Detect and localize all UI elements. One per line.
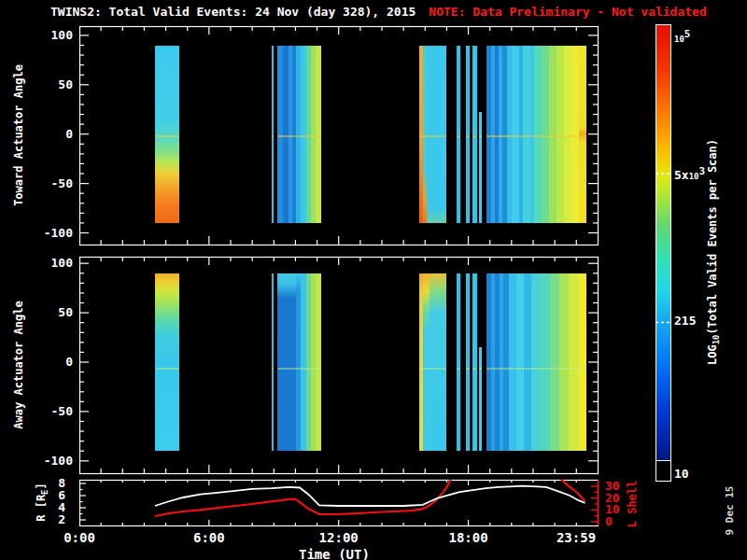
plot-title: TWINS2: Total Valid Events: 24 Nov (day … <box>50 5 707 19</box>
angle-zero-highlight <box>479 135 482 137</box>
heatmap-strip <box>155 273 179 451</box>
heatmap-strip <box>559 273 569 451</box>
angle-zero-highlight <box>531 368 541 370</box>
angle-zero-highlight <box>524 368 531 370</box>
x-axis-tick-label: 18:00 <box>439 530 499 545</box>
heatmap-strip <box>466 273 470 451</box>
axis-tick-label: 2 <box>35 512 65 526</box>
angle-zero-highlight <box>557 135 564 137</box>
date-stamp: 9 Dec 15 <box>724 486 736 536</box>
axis-tick-label: 50 <box>30 77 73 91</box>
angle-zero-highlight <box>479 368 482 370</box>
colorbar <box>655 24 671 482</box>
heatmap-strip <box>512 46 519 223</box>
heatmap-strip <box>569 273 578 451</box>
x-axis-tick-label: 0:00 <box>49 530 109 545</box>
axis-tick-label: -100 <box>30 454 73 468</box>
angle-zero-highlight <box>423 368 430 370</box>
colorbar-tick-label: 5x103 <box>674 165 705 182</box>
angle-zero-highlight <box>316 135 321 137</box>
plot-title-main: TWINS2: Total Valid Events: 24 Nov (day … <box>50 5 416 19</box>
angle-zero-highlight <box>272 368 274 370</box>
heatmap-strip <box>472 273 477 451</box>
angle-zero-highlight <box>155 368 179 370</box>
angle-zero-highlight <box>316 368 321 370</box>
angle-zero-highlight <box>564 135 571 137</box>
heatmap-strip <box>578 273 586 451</box>
x-axis-title: Time (UT) <box>299 547 370 560</box>
heatmap-strip <box>479 112 482 222</box>
colorbar-gradient <box>656 25 670 481</box>
heatmap-panel-toward <box>79 26 598 245</box>
heatmap-strip <box>579 46 586 223</box>
heatmap-strip <box>516 273 524 451</box>
angle-zero-highlight <box>578 368 586 370</box>
heatmap-strip <box>550 273 559 451</box>
orbit-line-panel <box>79 480 598 525</box>
heatmap-strip <box>155 46 179 223</box>
angle-zero-highlight <box>277 368 296 370</box>
angle-zero-highlight <box>541 368 550 370</box>
angle-zero-highlight <box>549 135 557 137</box>
axis-tick-label: 100 <box>30 256 73 270</box>
angle-zero-highlight <box>155 135 179 137</box>
colorbar-tick-label: 105 <box>674 28 690 45</box>
colorbar-tick-label: 10 <box>674 467 689 481</box>
angle-zero-highlight <box>579 135 586 137</box>
angle-zero-highlight <box>472 135 477 137</box>
angle-zero-highlight <box>571 135 579 137</box>
colorbar-bottom-box <box>656 460 670 481</box>
heatmap-strip <box>524 273 531 451</box>
heatmap-strip <box>479 347 482 451</box>
heatmap-strip <box>466 46 470 223</box>
plot-canvas: TWINS2: Total Valid Events: 24 Nov (day … <box>0 0 747 560</box>
angle-zero-highlight <box>534 135 542 137</box>
heatmap-strip <box>272 46 274 223</box>
angle-zero-highlight <box>457 368 460 370</box>
angle-zero-highlight <box>569 368 578 370</box>
heatmap-strip <box>541 273 550 451</box>
axis-tick-label: 50 <box>30 305 73 319</box>
heatmap-strip <box>571 46 579 223</box>
angle-zero-highlight <box>466 135 470 137</box>
heatmap-strip <box>316 46 321 223</box>
heatmap-strip <box>549 46 557 223</box>
heatmap-panel-away <box>79 257 598 473</box>
angle-zero-highlight <box>559 368 569 370</box>
heatmap-strip <box>472 46 477 223</box>
heatmap-strip <box>423 273 430 451</box>
colorbar-axis-label: LOG10(Total Valid Events per Scan) <box>706 139 721 365</box>
angle-zero-highlight <box>457 135 460 137</box>
angle-zero-highlight <box>512 135 519 137</box>
angle-zero-highlight <box>472 368 477 370</box>
axis-tick-label: -50 <box>30 404 73 418</box>
angle-zero-highlight <box>550 368 559 370</box>
heatmap-strip <box>557 46 564 223</box>
angle-zero-highlight <box>542 135 549 137</box>
heatmap-strip <box>430 273 446 451</box>
axis-tick-label: 100 <box>30 28 73 42</box>
toward-panel-ylabel: Toward Actuator Angle <box>12 64 25 206</box>
angle-zero-highlight <box>509 368 516 370</box>
axis-tick-label: 0 <box>30 127 73 141</box>
heatmap-strip <box>523 46 530 223</box>
heatmap-strip <box>542 46 549 223</box>
away-panel-ylabel: Away Actuator Angle <box>12 301 25 428</box>
x-axis-tick-label: 12:00 <box>309 530 369 545</box>
plot-title-note: NOTE: Data Preliminary - Not validated <box>429 5 706 19</box>
axis-tick-label: -100 <box>30 226 73 240</box>
angle-zero-highlight <box>466 368 470 370</box>
axis-tick-label: -50 <box>30 176 73 190</box>
heatmap-strip <box>509 273 516 451</box>
heatmap-strip <box>534 46 542 223</box>
angle-zero-highlight <box>516 368 524 370</box>
x-axis-tick-label: 6:00 <box>179 530 239 545</box>
heatmap-strip <box>272 273 274 451</box>
angle-zero-highlight <box>430 368 446 370</box>
heatmap-strip <box>316 273 321 451</box>
heatmap-strip <box>457 273 460 451</box>
heatmap-strip <box>564 46 571 223</box>
axis-tick-label: 0 <box>30 355 73 369</box>
heatmap-strip <box>277 273 296 451</box>
heatmap-strip <box>427 46 446 223</box>
